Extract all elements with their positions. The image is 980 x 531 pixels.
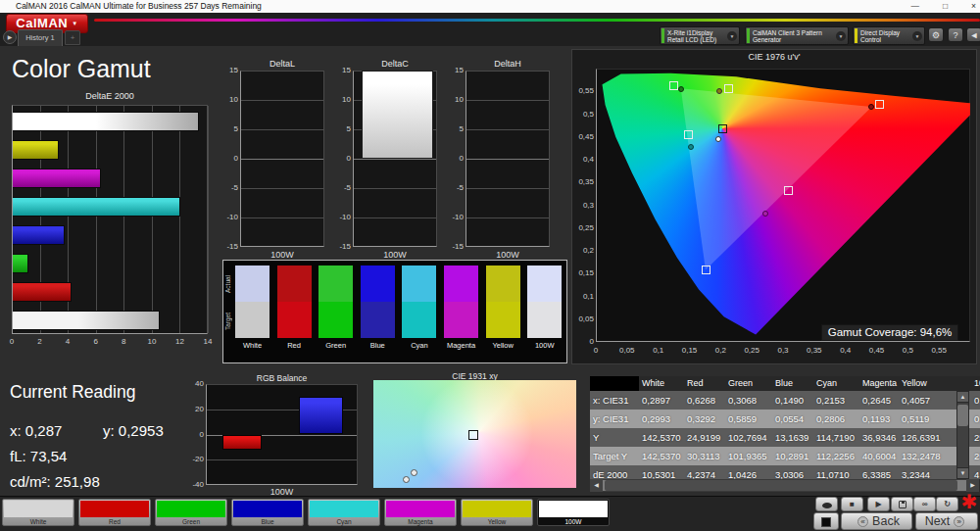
marker-dot-green-actual bbox=[678, 86, 684, 92]
swatch-target-100w bbox=[527, 302, 562, 338]
table-header-Green: Green bbox=[725, 376, 772, 391]
table-cell: 13,1639 bbox=[772, 428, 813, 447]
vscroll-thumb[interactable] bbox=[957, 405, 968, 426]
scroll-left-button[interactable]: ◀ bbox=[590, 479, 603, 492]
table-cell: 30,3113 bbox=[684, 447, 725, 465]
deltae-bar-blue bbox=[13, 225, 65, 245]
scroll-up-button[interactable]: ▲ bbox=[956, 391, 969, 403]
swatch-target-blue bbox=[361, 302, 395, 338]
gamut-coverage-badge: Gamut Coverage: 94,6% bbox=[821, 324, 958, 341]
table-header-Cyan: Cyan bbox=[813, 376, 859, 391]
deltal-y-tick: -5 bbox=[217, 183, 238, 192]
cie1931-white-target-square bbox=[468, 430, 478, 440]
swatch-actual-green bbox=[318, 266, 353, 302]
table-cell: 24,9199 bbox=[684, 428, 725, 447]
table-cell: 102,7694 bbox=[725, 428, 772, 447]
swatch-actual-100w bbox=[527, 266, 562, 302]
cie1976-y-tick: 0,45 bbox=[570, 132, 594, 141]
swatch-actual-white bbox=[235, 266, 270, 302]
deltac-y-tick: -5 bbox=[329, 183, 351, 192]
deltah-y-tick: 10 bbox=[442, 95, 464, 104]
collapse-button[interactable]: ◄ bbox=[966, 27, 980, 42]
table-header-Blue: Blue bbox=[772, 376, 813, 391]
table-cell: 11,0710 bbox=[813, 465, 859, 479]
table-header-White: White bbox=[639, 376, 684, 391]
rgb-y-tick: 0 bbox=[182, 430, 204, 439]
device-button-2[interactable]: CalMAN Client 3 Pattern Generator▼ bbox=[745, 26, 849, 45]
chevrons-right-icon: » bbox=[954, 516, 964, 527]
table-cell: 0,1490 bbox=[772, 391, 813, 410]
table-cell: 142,5370 bbox=[639, 447, 684, 465]
refresh-button[interactable]: ↻ bbox=[936, 497, 958, 511]
table-cell: 0,5859 bbox=[725, 410, 772, 428]
deltae-x-tick: 0 bbox=[2, 337, 22, 346]
deltae-bar-magenta bbox=[13, 169, 101, 188]
pattern-swatch-yellow bbox=[463, 501, 531, 517]
deltae-gridline bbox=[179, 106, 180, 333]
next-button[interactable]: Next» bbox=[915, 512, 978, 530]
cie1976-x-tick: 0,45 bbox=[865, 346, 889, 355]
swatch-actual-red bbox=[277, 266, 312, 302]
swatch-target-cyan bbox=[402, 302, 436, 338]
deltae-chart-title: DeltaE 2000 bbox=[8, 91, 212, 101]
pattern-label-100w: 100W bbox=[537, 518, 610, 525]
marker-square-blue-target bbox=[702, 266, 710, 274]
deltah-gridline bbox=[466, 217, 549, 218]
table-cell: 0,2 bbox=[971, 410, 980, 428]
back-button[interactable]: «Back bbox=[841, 512, 912, 530]
table-cell: 0,3068 bbox=[725, 391, 772, 410]
deltae-x-tick: 4 bbox=[58, 337, 77, 346]
deltal-gridline bbox=[241, 188, 323, 189]
save-button[interactable] bbox=[891, 497, 913, 511]
table-header-corner bbox=[590, 376, 639, 391]
scroll-down-button[interactable]: ▼ bbox=[956, 467, 969, 479]
pattern-label-magenta: Magenta bbox=[384, 518, 457, 525]
deltae-bar-green bbox=[13, 254, 28, 273]
table-cell: 0,0554 bbox=[772, 410, 813, 428]
table-header-Yellow: Yellow bbox=[899, 376, 971, 391]
pattern-label-blue: Blue bbox=[231, 518, 304, 525]
deltal-y-tick: -15 bbox=[217, 242, 238, 251]
status-bar bbox=[662, 28, 664, 43]
cie1976-x-tick: 0,4 bbox=[834, 346, 858, 355]
pattern-label-cyan: Cyan bbox=[308, 518, 380, 525]
deltal-y-tick: 15 bbox=[217, 66, 238, 74]
deltae-gridline bbox=[123, 106, 124, 333]
table-row-label: Target Y bbox=[590, 447, 639, 465]
marker-square-cyan-target bbox=[684, 130, 693, 139]
device-button-1[interactable]: X-Rite i1Display Retail LCD (LED)▼ bbox=[660, 26, 740, 45]
cie1976-y-tick: 0,35 bbox=[570, 177, 594, 186]
swatch-label-magenta: Magenta bbox=[440, 341, 482, 350]
pattern-label-red: Red bbox=[78, 518, 151, 525]
read-button[interactable] bbox=[813, 512, 839, 530]
table-cell: 0,2 bbox=[971, 391, 980, 410]
table-cell: 25 bbox=[971, 428, 980, 447]
table-row-label: x: CIE31 bbox=[590, 391, 639, 410]
table-cell: 25 bbox=[971, 447, 980, 465]
rgb-y-tick: -40 bbox=[182, 480, 204, 489]
rgb-y-tick: 40 bbox=[182, 379, 204, 388]
eye-icon bbox=[822, 503, 832, 508]
deltac-y-tick: 15 bbox=[329, 66, 351, 74]
settings-button[interactable]: ⚙ bbox=[928, 27, 944, 42]
cie1976-y-tick: 0 bbox=[570, 337, 594, 346]
device-button-3[interactable]: Direct Display Control▼ bbox=[853, 26, 925, 45]
table-cell: 36,9346 bbox=[859, 428, 899, 447]
marker-square-yellow-target bbox=[724, 84, 733, 93]
cie1976-x-tick: 0,1 bbox=[647, 346, 670, 355]
stop-button[interactable]: ■ bbox=[841, 497, 863, 511]
table-cell: 4,2374 bbox=[684, 465, 725, 479]
help-button[interactable]: ? bbox=[948, 27, 963, 42]
device-button-label: X-Rite i1Display Retail LCD (LED) bbox=[665, 29, 727, 43]
deltae-bar-red bbox=[13, 282, 72, 302]
camera-button[interactable] bbox=[815, 497, 838, 511]
play-button[interactable]: ▶ bbox=[867, 497, 890, 511]
cie1976-y-tick: 0,55 bbox=[570, 86, 594, 95]
deltae-bar-100w bbox=[13, 112, 199, 131]
link-button[interactable]: ∞ bbox=[913, 497, 936, 511]
device-button-label: CalMAN Client 3 Pattern Generator bbox=[751, 29, 836, 43]
hscroll-thumb[interactable] bbox=[605, 480, 957, 491]
status-bar bbox=[855, 28, 858, 43]
deltae-x-tick: 2 bbox=[30, 337, 50, 346]
device-button-label: Direct Display Control bbox=[858, 29, 912, 43]
